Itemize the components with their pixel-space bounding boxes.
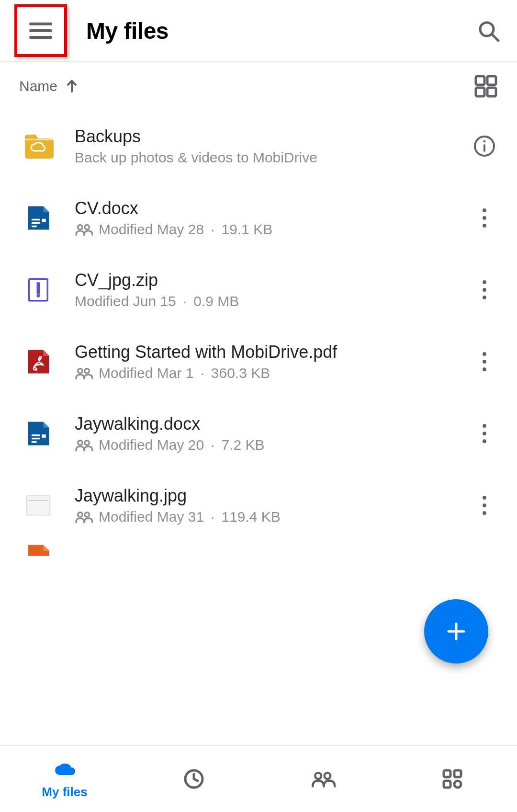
shared-icon xyxy=(75,438,93,452)
fab-add-button[interactable] xyxy=(424,599,488,663)
docx-icon xyxy=(23,418,54,449)
list-item[interactable]: Jaywalking.docx Modified May 20 · 7.2 KB xyxy=(0,398,517,469)
nav-myfiles[interactable]: My files xyxy=(0,746,129,812)
people-icon xyxy=(311,767,336,790)
file-name: Jaywalking.docx xyxy=(75,414,461,434)
shared-icon xyxy=(75,510,93,524)
sort-asc-icon[interactable] xyxy=(65,79,79,93)
app-bar: My files xyxy=(0,0,517,62)
info-button[interactable] xyxy=(471,133,498,160)
more-icon xyxy=(479,424,490,443)
dashboard-icon xyxy=(441,767,464,790)
hamburger-icon xyxy=(29,23,52,39)
search-button[interactable] xyxy=(474,16,503,45)
list-item[interactable]: Backups Back up photos & videos to MobiD… xyxy=(0,110,517,182)
view-toggle-button[interactable] xyxy=(474,74,498,98)
shared-icon xyxy=(75,366,93,380)
nav-apps[interactable] xyxy=(388,746,517,812)
info-icon xyxy=(473,135,496,158)
plus-icon xyxy=(446,621,467,642)
file-name: Getting Started with MobiDrive.pdf xyxy=(75,342,461,362)
menu-button[interactable] xyxy=(14,4,67,57)
list-item-peek xyxy=(0,541,517,556)
file-subtitle: Modified Jun 15 · 0.9 MB xyxy=(75,293,461,309)
file-name: CV.docx xyxy=(75,198,461,218)
file-subtitle: Modified Mar 1 · 360.3 KB xyxy=(75,365,461,381)
nav-recent[interactable] xyxy=(129,746,258,812)
file-name: Backups xyxy=(75,126,461,147)
file-subtitle: Modified May 28 · 19.1 KB xyxy=(75,221,461,238)
search-icon xyxy=(476,19,500,43)
file-subtitle: Back up photos & videos to MobiDrive xyxy=(75,149,461,166)
shared-icon xyxy=(75,223,93,236)
list-item[interactable]: Jaywalking.jpg Modified May 31 · 119.4 K… xyxy=(0,469,517,541)
more-button[interactable] xyxy=(471,276,498,303)
more-button[interactable] xyxy=(471,348,498,375)
more-button[interactable] xyxy=(471,420,498,447)
bottom-nav: My files xyxy=(0,745,517,812)
page-title: My files xyxy=(86,18,474,44)
more-icon xyxy=(479,280,490,299)
docx-icon xyxy=(23,203,54,233)
file-subtitle: Modified May 20 · 7.2 KB xyxy=(75,437,461,453)
list-item[interactable]: CV.docx Modified May 28 · 19.1 KB xyxy=(0,182,517,254)
image-icon xyxy=(23,490,54,521)
grid-view-icon xyxy=(474,74,498,98)
clock-icon xyxy=(182,767,205,790)
pdf-icon xyxy=(23,346,54,377)
sort-bar: Name xyxy=(0,62,517,110)
more-button[interactable] xyxy=(471,492,498,519)
more-icon xyxy=(479,496,490,515)
file-name: CV_jpg.zip xyxy=(75,270,461,290)
list-item[interactable]: CV_jpg.zip Modified Jun 15 · 0.9 MB xyxy=(0,254,517,326)
folder-cloud-icon xyxy=(23,131,54,161)
file-name: Jaywalking.jpg xyxy=(75,486,461,506)
nav-shared[interactable] xyxy=(258,746,388,812)
more-button[interactable] xyxy=(471,205,498,231)
file-list: Backups Back up photos & videos to MobiD… xyxy=(0,110,517,745)
cloud-icon xyxy=(51,759,78,782)
more-icon xyxy=(479,352,490,371)
list-item[interactable]: Getting Started with MobiDrive.pdf Modif… xyxy=(0,326,517,398)
ppt-icon xyxy=(23,541,54,556)
zip-icon xyxy=(23,274,54,305)
file-subtitle: Modified May 31 · 119.4 KB xyxy=(75,509,461,525)
more-icon xyxy=(479,208,490,228)
sort-label[interactable]: Name xyxy=(19,78,57,94)
